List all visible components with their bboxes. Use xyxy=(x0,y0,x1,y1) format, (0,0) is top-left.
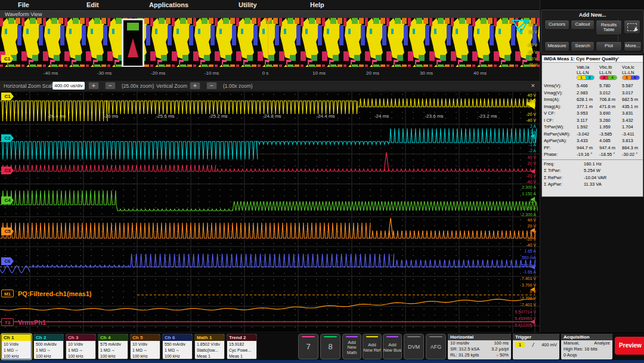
zoombox-detail xyxy=(128,38,138,57)
badge-ch6[interactable]: Ch 6550 mA/div1 MΩ ∼100 kHz xyxy=(162,334,193,359)
horizontal-value-left: 10 ms/div xyxy=(450,340,469,346)
trigger-level-icon[interactable] xyxy=(512,19,530,35)
acq-resolution: High Res: 16 bits xyxy=(564,346,597,352)
scale-label-c2: 0 A xyxy=(530,136,536,141)
hzoom-plus-button[interactable]: + xyxy=(88,82,99,90)
add-new-panel: Add New... CursorsCalloutResults TableMe… xyxy=(541,10,644,54)
badge-ch3[interactable]: Ch 310 V/div1 MΩ ∼100 kHz xyxy=(66,334,96,359)
acq-mode: Manual, xyxy=(564,340,580,346)
measurement-value: 377.1 m xyxy=(577,104,593,109)
badge-line: 10 V/div xyxy=(132,342,160,347)
horizontal-value-right: 100 ms xyxy=(494,340,509,346)
measurement-value: 1.959 xyxy=(599,124,611,130)
inactive-channel-8[interactable]: 8 xyxy=(320,334,340,359)
measurement-value: -19.16 ° xyxy=(577,152,592,157)
add-new-more-[interactable]: More... xyxy=(624,41,642,51)
zoom-close-icon[interactable]: × xyxy=(531,82,535,89)
zoom-time-label: -23.6 ms xyxy=(425,113,443,119)
overview-time-label: 0 s xyxy=(262,70,269,76)
summary-value: -10.04 VAR xyxy=(584,175,606,180)
results-column-header: Vbc,Ib xyxy=(599,64,622,70)
menu-item-help[interactable]: Help xyxy=(310,1,324,8)
c3-trace xyxy=(0,165,216,171)
waveform-view-tabbar: Waveform View xyxy=(0,10,540,18)
zoomed-waveform-plot[interactable]: -26.4 ms-26 ms-25.6 ms-25.2 ms-24.8 ms-2… xyxy=(0,91,540,333)
channel-badge-m1[interactable]: M1 xyxy=(1,290,14,297)
preview-button[interactable]: Preview xyxy=(615,337,644,355)
badge-ch4[interactable]: Ch 4575 mA/div1 MΩ ∼100 kHz xyxy=(98,334,128,359)
badge-afg[interactable]: AFG xyxy=(426,334,446,359)
vzoom-minus-button[interactable]: − xyxy=(206,82,217,90)
add-new-plot[interactable]: Plot xyxy=(596,41,622,51)
trigger-position-icon: ► xyxy=(496,353,500,357)
measurement-label: Phase: xyxy=(544,152,558,157)
c1-trace xyxy=(358,99,535,107)
scale-label-c3: 40 V xyxy=(528,155,536,160)
imda-results-table[interactable]: IMDA Meas 1: Cyc Power Quality' Vab,IaLL… xyxy=(541,55,643,197)
waveform-view-tab[interactable]: Waveform View xyxy=(5,11,42,17)
overview-scale-label: 20 V xyxy=(529,23,537,27)
measurement-value: -3.042 xyxy=(577,131,589,137)
acquisition-panel[interactable]: Acquisition Manual,Analyze High Res: 16 … xyxy=(561,334,612,359)
badge-line: 1.8502 V/div xyxy=(197,342,224,347)
inactive-channel-7[interactable]: 7 xyxy=(298,334,318,359)
measurement-label: Vmag(V): xyxy=(544,90,563,96)
badge-header: Ch 4 xyxy=(98,334,128,341)
badge-trend2[interactable]: Trend 215.9182Cyc Powe...Meas 1 xyxy=(227,334,257,359)
menu-item-utility[interactable]: Utility xyxy=(239,1,257,8)
trigger-panel[interactable]: Trigger 1 / 400 mV xyxy=(513,334,559,359)
add-new-callout[interactable]: Callout xyxy=(571,20,595,30)
badge-line: 100 kHz xyxy=(132,353,160,359)
badge-ch1[interactable]: Ch 110 V/div1 MΩ ∼100 kHz xyxy=(1,334,32,359)
source-badge-3: 3 xyxy=(600,76,608,79)
scale-label-c4: -1.150 A xyxy=(521,206,536,211)
draw-a-box-button[interactable] xyxy=(624,20,640,34)
channel-badge-t3[interactable]: T3 xyxy=(1,318,14,326)
c1-trace xyxy=(106,101,358,114)
scale-label-m1: -7.401 V xyxy=(521,303,536,307)
add-new-add-new-math-button[interactable]: Add New Math xyxy=(342,334,361,359)
trigger-position-line xyxy=(268,18,268,67)
badge-dvm[interactable]: DVM xyxy=(404,334,424,359)
add-new-add-new-ref-button[interactable]: Add New Ref xyxy=(363,334,382,359)
badge-ch5[interactable]: Ch 510 V/div1 MΩ ∼100 kHz xyxy=(130,334,160,359)
add-new-measure[interactable]: Measure xyxy=(544,41,569,51)
zoombox-detail xyxy=(127,23,139,30)
waveform-overview[interactable]: T C1 -40 ms-30 ms-20 ms-10 ms0 s10 ms20 … xyxy=(0,18,540,80)
scale-label-c5: -20 V xyxy=(526,237,536,242)
badge-line: Meas 1 xyxy=(229,353,256,359)
source-pill: 56 xyxy=(622,75,640,80)
badge-line: 100 kHz xyxy=(100,353,128,359)
summary-label: Σ RePwr: xyxy=(544,175,562,180)
menu-item-applications[interactable]: Applications xyxy=(149,1,188,8)
zoom-selection-box[interactable] xyxy=(122,19,144,67)
badge-math1[interactable]: Math 11.8502 V/divStatic(low...Meas 1 xyxy=(194,334,225,359)
add-new-results-table[interactable]: Results Table xyxy=(596,20,622,35)
m1-trace xyxy=(0,299,534,310)
horizontal-zoom-scale-input[interactable]: 400.00 us/div xyxy=(52,82,85,90)
scale-label-c6: -550 mA xyxy=(521,263,536,268)
inactive-channel-number: 8 xyxy=(328,342,332,351)
badge-line: 10 V/div xyxy=(4,342,31,347)
badge-ch2[interactable]: Ch 2500 mA/div1 MΩ ∼100 kHz xyxy=(33,334,64,359)
add-new-add-new-bus-button[interactable]: Add New Bus xyxy=(383,334,402,359)
add-new-title: Add New... xyxy=(541,12,643,18)
horizontal-panel[interactable]: Horizontal 10 ms/div100 msSR: 312.5 kSA3… xyxy=(448,334,511,359)
hzoom-minus-button[interactable]: − xyxy=(105,82,116,90)
add-new-search[interactable]: Search xyxy=(571,41,595,51)
tool-badge-label: AFG xyxy=(431,344,442,350)
results-column-header: Vab,Ia xyxy=(577,64,599,70)
zoom-time-label: -24 ms xyxy=(374,113,389,119)
badge-body: 1.8502 V/divStatic(low...Meas 1 xyxy=(195,341,224,359)
menu-item-file[interactable]: File xyxy=(18,1,29,8)
vzoom-plus-button[interactable]: + xyxy=(190,82,200,90)
horizontal-value-left: SR: 312.5 kSA xyxy=(450,346,479,352)
add-new-cursors[interactable]: Cursors xyxy=(544,20,569,30)
measurement-value: 3.831 xyxy=(622,110,633,116)
menu-item-edit[interactable]: Edit xyxy=(86,1,99,8)
measurement-label: ApPwr(VA): xyxy=(544,138,567,143)
overview-time-label: -30 ms xyxy=(97,70,112,76)
measurement-value: 944.7 m xyxy=(577,145,593,150)
zoom-time-label: -24.8 ms xyxy=(262,113,281,119)
horizontal-value-left: RL: 31.25 kpts xyxy=(450,352,479,358)
